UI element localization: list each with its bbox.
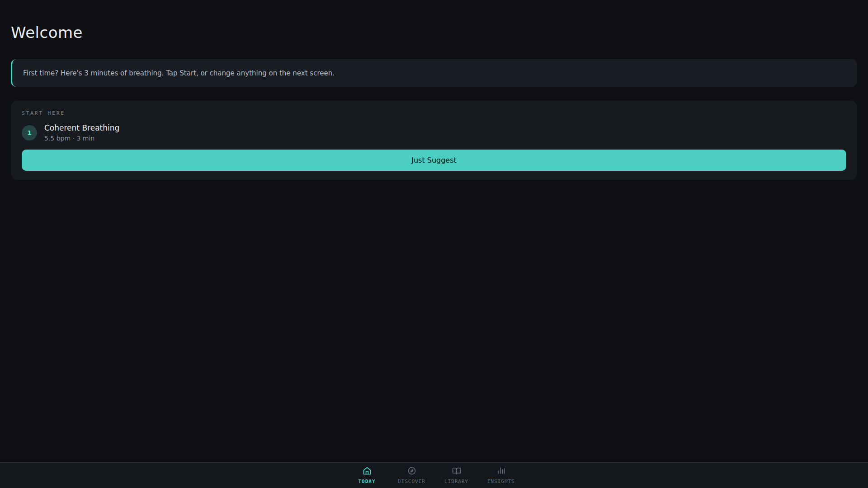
page-title: Welcome (11, 23, 857, 42)
nav-item-today[interactable]: TODAY (353, 466, 382, 484)
nav-item-discover[interactable]: DISCOVER (397, 466, 426, 484)
book-open-icon (452, 466, 461, 477)
exercise-row: 1 Coherent Breathing 5.5 bpm · 3 min (22, 123, 846, 142)
compass-icon (407, 466, 416, 477)
nav-item-library[interactable]: LIBRARY (442, 466, 471, 484)
start-here-card: START HERE 1 Coherent Breathing 5.5 bpm … (11, 101, 857, 180)
section-label: START HERE (22, 110, 846, 116)
main-content: Welcome First time? Here's 3 minutes of … (0, 23, 868, 180)
nav-label-today: TODAY (358, 479, 375, 484)
nav-item-insights[interactable]: INSIGHTS (487, 466, 516, 484)
exercise-subtitle: 5.5 bpm · 3 min (44, 135, 119, 142)
just-suggest-button[interactable]: Just Suggest (22, 150, 846, 171)
nav-label-library: LIBRARY (444, 479, 468, 484)
first-time-banner: First time? Here's 3 minutes of breathin… (11, 59, 857, 87)
exercise-title: Coherent Breathing (44, 123, 119, 132)
home-icon (363, 466, 372, 477)
first-time-banner-text: First time? Here's 3 minutes of breathin… (23, 69, 335, 77)
bar-chart-icon (497, 466, 506, 477)
step-number-badge: 1 (22, 125, 37, 141)
nav-label-discover: DISCOVER (398, 479, 425, 484)
bottom-navigation: TODAY DISCOVER LIBRARY (0, 462, 868, 488)
nav-label-insights: INSIGHTS (487, 479, 515, 484)
exercise-info: Coherent Breathing 5.5 bpm · 3 min (44, 123, 119, 142)
